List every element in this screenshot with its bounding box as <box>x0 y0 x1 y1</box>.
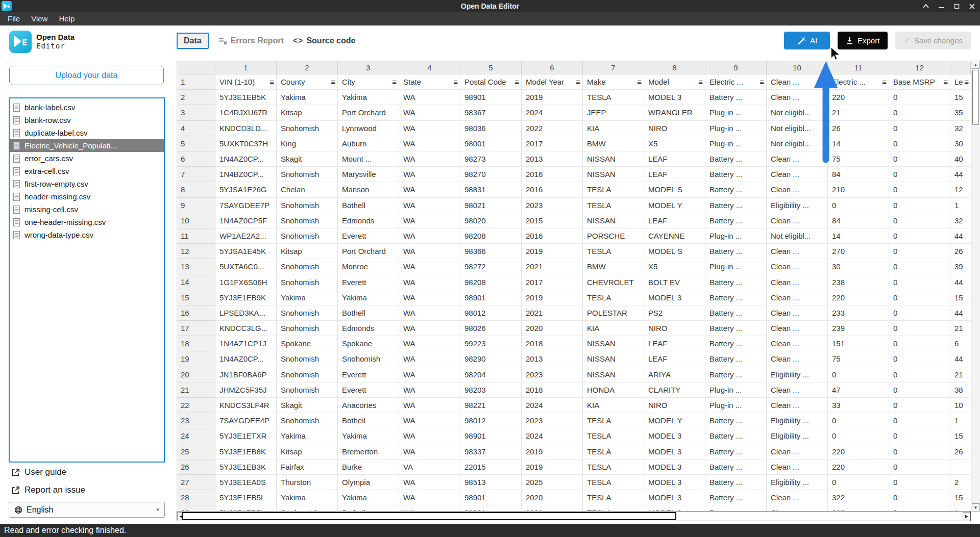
data-cell[interactable]: 98001 <box>460 136 522 151</box>
data-cell[interactable]: 2019 <box>522 444 583 459</box>
data-cell[interactable]: Everett <box>338 382 399 398</box>
header-cell[interactable]: Electric ...≡ <box>705 74 767 90</box>
data-cell[interactable]: 0 <box>889 151 950 167</box>
horizontal-scroll-thumb[interactable] <box>182 512 676 520</box>
data-cell[interactable]: Clean ... <box>767 213 828 228</box>
data-cell[interactable]: Battery ... <box>705 413 767 428</box>
data-cell[interactable]: Yakima <box>338 90 399 105</box>
data-cell[interactable]: 98901 <box>460 428 522 444</box>
row-number[interactable]: 4 <box>177 121 215 136</box>
data-cell[interactable]: TESLA <box>583 444 644 459</box>
data-cell[interactable]: 1G1FX6S06H <box>215 274 277 290</box>
data-cell[interactable]: NIRO <box>644 321 705 336</box>
data-cell[interactable]: KNDCS3LF4R <box>215 398 277 413</box>
data-cell[interactable]: WA <box>399 382 460 398</box>
data-cell[interactable]: WA <box>399 151 460 167</box>
scroll-down-arrow[interactable]: ▼ <box>972 503 979 512</box>
data-cell[interactable]: WP1AE2A2... <box>215 228 277 244</box>
data-cell[interactable]: 2016 <box>522 228 583 244</box>
scroll-up-arrow[interactable]: ▲ <box>972 61 979 69</box>
data-cell[interactable]: Snohomish <box>277 305 338 321</box>
data-cell[interactable]: MODEL 3 <box>644 90 705 105</box>
data-cell[interactable]: HONDA <box>583 382 644 398</box>
ai-button[interactable]: AI <box>784 32 830 49</box>
data-cell[interactable]: 0 <box>889 444 950 459</box>
data-cell[interactable]: Clean ... <box>767 351 828 367</box>
data-cell[interactable]: Thurston <box>277 475 338 490</box>
data-cell[interactable]: Yakima <box>338 428 399 444</box>
column-menu-icon[interactable]: ≡ <box>698 74 703 89</box>
data-cell[interactable]: 5YJ3E1EB3K <box>215 459 277 475</box>
data-cell[interactable]: 0 <box>828 413 889 428</box>
data-cell[interactable]: 44 <box>950 274 971 290</box>
data-cell[interactable]: 2024 <box>522 105 583 120</box>
column-menu-icon[interactable]: ≡ <box>637 74 642 89</box>
data-cell[interactable]: BMW <box>583 136 644 151</box>
scroll-right-arrow[interactable]: ▶ <box>963 512 970 520</box>
data-cell[interactable]: 32 <box>950 121 971 136</box>
data-cell[interactable]: MODEL 3 <box>644 290 705 305</box>
file-list-item[interactable]: duplicate-label.csv <box>10 126 164 139</box>
data-cell[interactable]: WA <box>399 167 460 182</box>
data-cell[interactable]: 0 <box>889 121 950 136</box>
data-cell[interactable]: Everett <box>338 274 399 290</box>
data-cell[interactable]: KIA <box>583 321 644 336</box>
data-cell[interactable]: Skagit <box>277 151 338 167</box>
header-cell[interactable]: State≡ <box>399 74 460 90</box>
data-cell[interactable]: 98204 <box>460 367 522 382</box>
column-number[interactable]: 4 <box>399 61 460 74</box>
data-cell[interactable]: Yakima <box>277 490 338 505</box>
data-cell[interactable]: TESLA <box>583 490 644 505</box>
data-cell[interactable]: 12 <box>950 182 971 197</box>
row-number[interactable]: 24 <box>177 428 215 444</box>
data-cell[interactable]: 15 <box>950 428 971 444</box>
header-cell[interactable]: Le≡ <box>950 74 971 90</box>
data-cell[interactable]: 233 <box>828 305 889 321</box>
data-cell[interactable]: Battery ... <box>705 198 767 213</box>
data-cell[interactable]: KNDCC3LG... <box>215 321 277 336</box>
column-number[interactable]: 3 <box>338 61 399 74</box>
data-cell[interactable]: Snohomish <box>277 213 338 228</box>
row-number[interactable]: 10 <box>177 213 215 228</box>
data-cell[interactable]: TESLA <box>583 90 644 105</box>
row-number[interactable]: 25 <box>177 444 215 459</box>
data-cell[interactable]: 0 <box>889 136 950 151</box>
data-cell[interactable]: WA <box>399 90 460 105</box>
file-list-item[interactable]: first-row-empty.csv <box>10 177 164 190</box>
data-cell[interactable]: 0 <box>889 475 950 490</box>
data-cell[interactable]: Yakima <box>277 290 338 305</box>
data-cell[interactable]: Edmonds <box>338 321 399 336</box>
data-cell[interactable]: Battery ... <box>705 213 767 228</box>
data-cell[interactable]: 0 <box>889 321 950 336</box>
data-cell[interactable]: 220 <box>828 444 889 459</box>
data-cell[interactable]: Snohomish <box>338 351 399 367</box>
data-cell[interactable]: 32 <box>950 213 971 228</box>
data-cell[interactable]: 1N4AZ1CP1J <box>215 336 277 351</box>
data-cell[interactable]: NISSAN <box>583 336 644 351</box>
data-cell[interactable]: Snohomish <box>277 121 338 136</box>
row-number[interactable]: 18 <box>177 336 215 351</box>
data-cell[interactable]: 30 <box>950 136 971 151</box>
data-cell[interactable]: MODEL Y <box>644 413 705 428</box>
data-cell[interactable]: Battery ... <box>705 475 767 490</box>
data-cell[interactable]: 98901 <box>460 290 522 305</box>
data-cell[interactable]: PORSCHE <box>583 228 644 244</box>
data-cell[interactable]: 2021 <box>522 305 583 321</box>
data-cell[interactable]: 0 <box>889 90 950 105</box>
data-cell[interactable]: Battery ... <box>705 428 767 444</box>
data-cell[interactable]: Snohomish <box>277 321 338 336</box>
row-number[interactable]: 17 <box>177 321 215 336</box>
data-cell[interactable]: 2019 <box>522 290 583 305</box>
data-cell[interactable]: Bothell <box>338 305 399 321</box>
data-cell[interactable]: 98012 <box>460 305 522 321</box>
user-guide-link[interactable]: User guide <box>11 467 66 477</box>
data-cell[interactable]: KIA <box>583 398 644 413</box>
row-number[interactable]: 2 <box>177 90 215 105</box>
data-cell[interactable]: 0 <box>889 105 950 120</box>
data-cell[interactable]: 2023 <box>522 198 583 213</box>
data-cell[interactable]: 2025 <box>522 475 583 490</box>
data-cell[interactable]: Battery ... <box>705 490 767 505</box>
data-cell[interactable]: 21 <box>950 367 971 382</box>
data-cell[interactable]: 98221 <box>460 398 522 413</box>
language-select[interactable]: English ▾ <box>9 502 165 518</box>
